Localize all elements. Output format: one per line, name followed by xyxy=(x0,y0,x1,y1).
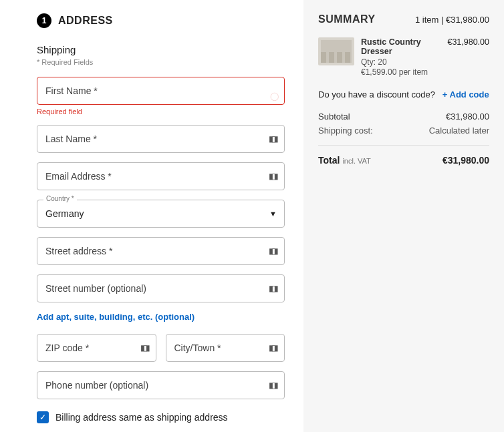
billing-same-label: Billing address same as shipping address xyxy=(55,412,228,423)
summary-panel: SUMMARY 1 item | €31,980.00 Rustic Count… xyxy=(303,0,504,432)
item-unit-price: €1,599.00 per item xyxy=(361,67,440,77)
subtotal-label: Subtotal xyxy=(318,112,350,122)
section-title: ADDRESS xyxy=(58,15,113,27)
summary-divider xyxy=(318,145,489,146)
first-name-error: Required field xyxy=(37,107,285,116)
phone-input[interactable] xyxy=(37,371,285,399)
country-value: Germany xyxy=(37,200,285,228)
shipping-cost-value: Calculated later xyxy=(429,126,489,136)
item-name: Rustic Country Dresser xyxy=(361,37,440,56)
autofill-icon: ▮▯▮ xyxy=(140,343,148,353)
street-number-input[interactable] xyxy=(37,274,285,302)
add-discount-link[interactable]: + Add code xyxy=(443,89,489,99)
total-value: €31,980.00 xyxy=(443,155,489,166)
billing-same-checkbox[interactable]: ✓ xyxy=(37,411,49,423)
item-qty: Qty: 20 xyxy=(361,57,440,67)
autofill-icon: ▮▯▮ xyxy=(269,134,277,144)
field-status-icon: ◯ xyxy=(270,91,277,101)
zip-input[interactable] xyxy=(37,334,156,362)
autofill-icon: ▮▯▮ xyxy=(269,381,277,390)
autofill-icon: ▮▯▮ xyxy=(269,172,277,181)
autofill-icon: ▮▯▮ xyxy=(269,246,277,256)
summary-count: 1 item | €31,980.00 xyxy=(415,15,489,25)
address-form-panel: 1 ADDRESS Shipping * Required Fields ◯ R… xyxy=(0,0,303,432)
cart-item: Rustic Country Dresser Qty: 20 €1,599.00… xyxy=(318,37,489,77)
autofill-icon: ▮▯▮ xyxy=(269,284,277,293)
step-badge: 1 xyxy=(37,13,51,28)
chevron-down-icon: ▼ xyxy=(269,210,277,218)
product-thumbnail xyxy=(318,37,354,65)
street-address-input[interactable] xyxy=(37,237,285,265)
autofill-icon: ▮▯▮ xyxy=(269,343,277,353)
item-total-price: €31,980.00 xyxy=(447,37,489,77)
email-input[interactable] xyxy=(37,162,285,190)
shipping-cost-label: Shipping cost: xyxy=(318,126,373,136)
city-input[interactable] xyxy=(166,334,285,362)
required-fields-note: * Required Fields xyxy=(37,58,285,66)
last-name-input[interactable] xyxy=(37,125,285,153)
discount-question: Do you have a discount code? xyxy=(318,89,435,99)
summary-title: SUMMARY xyxy=(318,13,376,25)
add-apt-link[interactable]: Add apt, suite, building, etc. (optional… xyxy=(37,312,285,322)
subtotal-value: €31,980.00 xyxy=(446,112,489,122)
country-select[interactable]: Country * Germany ▼ xyxy=(37,200,285,228)
total-label: Totalincl. VAT xyxy=(318,155,371,166)
shipping-heading: Shipping xyxy=(37,44,285,55)
country-legend: Country * xyxy=(43,195,77,202)
first-name-input[interactable] xyxy=(37,77,285,105)
